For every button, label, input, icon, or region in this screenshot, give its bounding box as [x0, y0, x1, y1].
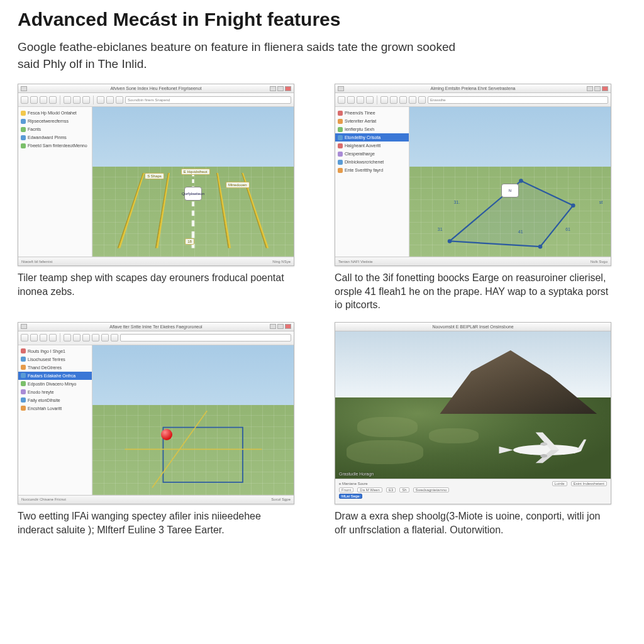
tool-icon[interactable]: [21, 334, 28, 341]
tool-icon[interactable]: [30, 96, 38, 104]
center-badge[interactable]: Qurfplaeiteon: [184, 187, 202, 201]
titlebar: Noovomsbt E BEIPLäR Inset Onsinsbone: [335, 323, 611, 331]
maximize-button[interactable]: [594, 86, 601, 91]
sidebar-item[interactable]: Clesperatharge: [335, 150, 409, 158]
tool-icon[interactable]: [111, 334, 118, 341]
layer-icon: [21, 406, 26, 411]
viewport[interactable]: [92, 345, 294, 495]
panel-chip[interactable]: MLai Sege: [339, 494, 362, 499]
minimize-button[interactable]: [270, 86, 276, 91]
panel-chip[interactable]: E3: [386, 487, 396, 492]
sidebar-item[interactable]: Fesca Hp Mlodd Ontahet: [18, 109, 92, 117]
sidebar-item[interactable]: Etondelthy Crisota: [335, 133, 409, 142]
point-label: 31.: [453, 200, 460, 204]
separator: [377, 96, 377, 104]
sidebar-item[interactable]: Edwandward Pinms: [18, 133, 92, 142]
tool-icon[interactable]: [21, 96, 28, 104]
sidebar-item[interactable]: Pheend/s Tinee: [335, 109, 409, 117]
search-field[interactable]: Soundbin finers Snapend: [125, 96, 291, 104]
cell-4: Noovomsbt E BEIPLäR Inset Onsinsbone: [335, 322, 626, 536]
search-field[interactable]: Enassihe: [428, 96, 608, 104]
layer-icon: [21, 348, 26, 353]
viewport[interactable]: S Shaps Minedooen E Hquidstheot 18 Qurfp…: [92, 107, 294, 257]
tool-icon[interactable]: [418, 96, 426, 104]
sidebar-item[interactable]: Fbeetd Sam finterdeeotMenno: [18, 142, 92, 150]
sidebar-item[interactable]: Svtenriter Aertat: [335, 117, 409, 125]
window-title: Alming Erntsitn Prelena Ehnt Servetraste…: [430, 86, 515, 91]
tool-icon[interactable]: [64, 334, 71, 341]
tool-icon[interactable]: [347, 96, 355, 104]
panel-button[interactable]: Esint Indesshetent: [571, 481, 607, 486]
sidebar-item[interactable]: Halgheant Aoveritt: [335, 142, 409, 150]
tool-icon[interactable]: [357, 96, 364, 104]
sidebar-item[interactable]: Edpostin Divacero Minyo: [18, 380, 92, 388]
search-field[interactable]: [120, 334, 291, 341]
minimize-button[interactable]: [270, 324, 276, 329]
tool-icon[interactable]: [40, 334, 47, 341]
sidebar-item[interactable]: Enodo hreyte: [18, 388, 92, 396]
sidebar-item[interactable]: Fautars Edakahe Onfrca: [18, 372, 92, 380]
sidebar-item[interactable]: Ienfierptu Sexh: [335, 125, 409, 133]
tool-icon[interactable]: [92, 334, 99, 341]
runway-tag: 18: [185, 238, 194, 245]
sidebar-item-label: Lisochusest Terires: [28, 357, 65, 362]
window-title: Noovomsbt E BEIPLäR Inset Onsinsbone: [432, 325, 513, 329]
sidebar-item[interactable]: Facnts: [18, 125, 92, 133]
panel-chip[interactable]: Fnont: [339, 487, 353, 492]
tool-icon[interactable]: [82, 334, 90, 341]
tool-icon[interactable]: [106, 96, 114, 104]
sidebar-item[interactable]: Lisochusest Terires: [18, 355, 92, 364]
close-button[interactable]: [285, 324, 291, 329]
layer-icon: [21, 397, 26, 402]
sidebar-item[interactable]: Thand DeGtreres: [18, 364, 92, 372]
tool-icon[interactable]: [49, 334, 57, 341]
panel-chip[interactable]: Da M Ween: [357, 487, 382, 492]
tool-icon[interactable]: [116, 96, 123, 104]
status-bar: Noccondtr Chisane Fricnut Socol Sgpe: [18, 495, 294, 504]
tool-icon[interactable]: [101, 334, 109, 341]
minimize-button[interactable]: [587, 86, 593, 91]
sidebar-item-label: Edpostin Divacero Minyo: [28, 382, 76, 386]
sidebar-item[interactable]: Ripsecetwerecfernss: [18, 117, 92, 125]
tool-icon[interactable]: [399, 96, 407, 104]
tool-icon[interactable]: [49, 96, 57, 104]
tool-icon[interactable]: [366, 96, 374, 104]
panel-chip[interactable]: Swedsagntetamno: [413, 487, 450, 492]
maximize-button[interactable]: [277, 86, 284, 91]
tool-icon[interactable]: [409, 96, 416, 104]
tool-icon[interactable]: [40, 96, 47, 104]
sidebar-item[interactable]: Dinbickwsrcrichenet: [335, 158, 409, 166]
tool-icon[interactable]: [73, 334, 80, 341]
tool-icon[interactable]: [30, 334, 38, 341]
panel-section-label: e Maniane Soure: [339, 482, 368, 486]
polygon-shape: [430, 170, 591, 252]
tool-icon[interactable]: [97, 96, 104, 104]
tool-icon[interactable]: [82, 96, 90, 104]
compass-icon[interactable]: N: [501, 184, 519, 197]
marker-icon[interactable]: [161, 429, 172, 440]
sidebar-item[interactable]: Faily etonDihsite: [18, 396, 92, 404]
layer-icon: [21, 381, 26, 386]
layer-icon: [338, 111, 343, 116]
runway-tag: E Hquidstheot: [181, 169, 210, 175]
sidebar-item[interactable]: Encshtah Lovaritt: [18, 404, 92, 413]
tool-icon[interactable]: [338, 96, 345, 104]
cell-3: Aflave tter Sntte Inine Ter Ekelres Faeg…: [18, 322, 309, 536]
layer-icon: [338, 160, 343, 165]
viewport[interactable]: 31 41 61 st 31. N: [409, 107, 611, 257]
tool-icon[interactable]: [380, 96, 388, 104]
panel-button[interactable]: Luinle: [552, 481, 567, 486]
tool-icon[interactable]: [64, 96, 71, 104]
sidebar-item[interactable]: Ente Sveritthy fayrd: [335, 166, 409, 174]
maximize-button[interactable]: [277, 324, 284, 329]
tool-icon[interactable]: [73, 96, 80, 104]
tool-icon[interactable]: [390, 96, 397, 104]
sidebar-item[interactable]: Routs Ihgo I Shge1: [18, 347, 92, 355]
close-button[interactable]: [602, 86, 608, 91]
sidebar-item-label: Routs Ihgo I Shge1: [28, 349, 65, 353]
viewport[interactable]: Grastudle Horagn: [335, 331, 611, 479]
close-button[interactable]: [285, 86, 291, 91]
layer-icon: [21, 373, 26, 378]
caption-4: Draw a exra shep shoolg(3-Miote is uoine…: [335, 509, 611, 536]
panel-chip[interactable]: Sh: [399, 487, 409, 492]
